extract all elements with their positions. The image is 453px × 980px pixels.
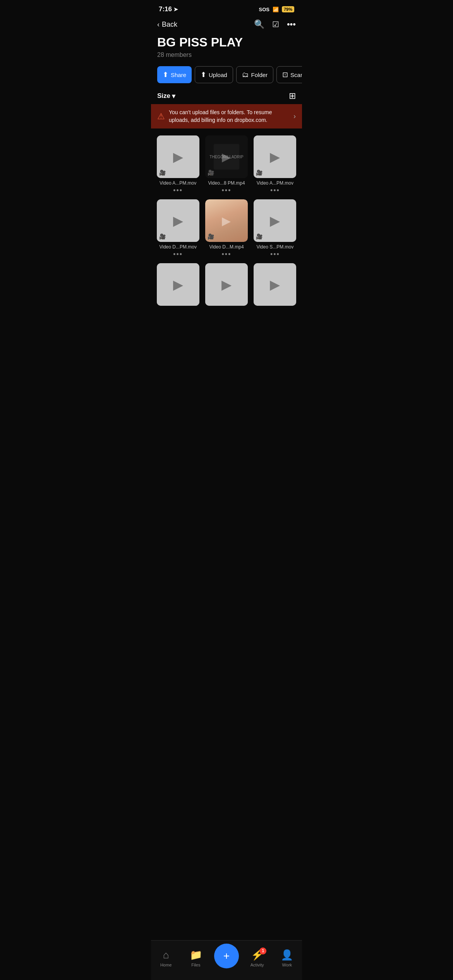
file-more-button[interactable]: ••• [222,187,232,195]
sos-text: SOS [259,7,269,12]
back-button[interactable]: ‹ Back [157,21,177,29]
list-item[interactable]: ▶ [154,261,202,307]
status-bar: 7:16 ➤ SOS 📶 79% [151,0,302,16]
play-icon: ▶ [221,277,232,292]
file-more-button[interactable]: ••• [270,250,280,259]
list-item[interactable]: ▶ 🎥 Video S...PM.mov ••• [251,197,299,260]
play-icon: ▶ [270,149,280,164]
list-item[interactable]: ▶ 🎥 Video A...PM.mov ••• [251,133,299,196]
video-thumbnail: ▶ 🎥 [157,135,199,178]
video-thumbnail: THEGORILLADRIP ▶ 🎥 [205,135,248,178]
video-thumbnail: ▶ 🎥 [205,199,248,242]
sort-label-text: Size [157,92,170,100]
folder-label: Folder [251,72,268,78]
header-actions: 🔍 ☑ ••• [254,19,296,29]
upload-label: Upload [209,72,227,78]
select-icon[interactable]: ☑ [272,20,279,29]
file-name: Video S...PM.mov [253,244,297,250]
file-name: Video A...PM.mov [253,180,297,186]
folder-button[interactable]: 🗂 Folder [236,66,274,83]
upload-icon: ⬆ [201,70,206,79]
video-camera-icon: 🎥 [208,233,214,240]
file-more-button[interactable]: ••• [173,250,183,259]
list-item[interactable]: ▶ 🎥 Video D...M.mp4 ••• [202,197,250,260]
video-thumbnail: ▶ [205,263,248,306]
scan-label: Scan [290,72,302,78]
video-thumbnail: ▶ [254,263,296,306]
play-icon: ▶ [173,213,183,228]
share-button[interactable]: ⬆ Share [157,66,192,83]
status-icons: SOS 📶 79% [259,6,295,12]
video-camera-icon: 🎥 [208,170,214,176]
file-name: Video...8 PM.mp4 [204,180,249,186]
list-item[interactable]: ▶ 🎥 Video D...PM.mov ••• [154,197,202,260]
scan-button[interactable]: ⊡ Scan [276,66,302,83]
file-grid: ▶ 🎥 Video A...PM.mov ••• THEGORILLADRIP … [151,128,302,307]
file-more-button[interactable]: ••• [222,250,232,259]
video-camera-icon: 🎥 [159,233,166,240]
play-icon: ▶ [173,277,183,292]
share-label: Share [171,72,186,78]
members-count: 28 members [157,51,296,58]
scan-icon: ⊡ [282,70,288,79]
more-icon[interactable]: ••• [287,19,296,29]
list-item[interactable]: ▶ [251,261,299,307]
video-thumbnail: ▶ [157,263,199,306]
status-time: 7:16 ➤ [159,5,178,13]
video-camera-icon: 🎥 [256,170,263,176]
upload-button[interactable]: ⬆ Upload [195,66,233,83]
grid-toggle-icon[interactable]: ⊞ [289,91,296,101]
file-name: Video A...PM.mov [156,180,200,186]
list-item[interactable]: ▶ 🎥 Video A...PM.mov ••• [154,133,202,196]
list-item[interactable]: THEGORILLADRIP ▶ 🎥 Video...8 PM.mp4 ••• [202,133,250,196]
video-thumbnail: ▶ 🎥 [254,135,296,178]
folder-title: BG PISS PLAY [157,36,296,49]
search-icon[interactable]: 🔍 [254,19,264,29]
play-icon: ▶ [270,277,280,292]
file-more-button[interactable]: ••• [173,187,183,195]
list-item[interactable]: ▶ [202,261,250,307]
video-camera-icon: 🎥 [256,233,263,240]
warning-chevron-icon: › [293,112,296,120]
play-icon: ▶ [270,213,280,228]
wifi-icon: 📶 [273,7,279,12]
video-thumbnail: ▶ 🎥 [254,199,296,242]
title-section: BG PISS PLAY 28 members [151,34,302,63]
location-icon: ➤ [173,6,178,12]
time-display: 7:16 [159,5,172,13]
header: ‹ Back 🔍 ☑ ••• [151,16,302,34]
sort-button[interactable]: Size ▾ [157,92,175,100]
video-camera-icon: 🎥 [159,170,166,176]
battery-badge: 79% [282,6,294,12]
video-thumbnail: ▶ 🎥 [157,199,199,242]
sort-row: Size ▾ ⊞ [151,88,302,104]
back-label: Back [162,21,177,29]
warning-banner[interactable]: ⚠ You can't upload files or folders. To … [151,104,302,128]
sort-chevron-icon: ▾ [172,92,175,100]
share-icon: ⬆ [163,70,168,79]
file-more-button[interactable]: ••• [270,187,280,195]
folder-icon: 🗂 [242,71,249,79]
warning-text: You can't upload files or folders. To re… [169,109,290,124]
file-name: Video D...M.mp4 [204,244,249,250]
play-icon: ▶ [222,214,231,228]
action-buttons: ⬆ Share ⬆ Upload 🗂 Folder ⊡ Scan [151,63,302,88]
file-name: Video D...PM.mov [156,244,200,250]
back-chevron-icon: ‹ [157,21,160,29]
warning-icon: ⚠ [157,111,165,122]
play-icon: ▶ [222,150,231,164]
play-icon: ▶ [173,149,183,164]
